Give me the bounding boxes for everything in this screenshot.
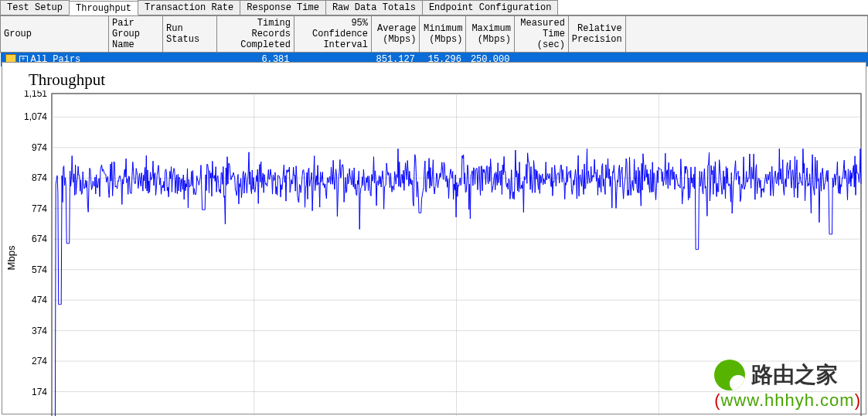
svg-text:1,151: 1,151: [24, 90, 47, 99]
throughput-table: Group Pair Group Name Run Status Timing …: [0, 15, 868, 66]
col-timing[interactable]: Timing Records Completed: [217, 16, 294, 53]
svg-text:874: 874: [32, 172, 47, 183]
col-runstatus[interactable]: Run Status: [163, 16, 217, 53]
tab-endpoint-configuration[interactable]: Endpoint Configuration: [422, 0, 558, 15]
svg-text:574: 574: [32, 264, 47, 275]
svg-text:474: 474: [32, 295, 47, 305]
svg-text:774: 774: [32, 203, 47, 214]
svg-text:Mbps: Mbps: [5, 245, 17, 270]
tabs-bar: Test SetupThroughputTransaction RateResp…: [0, 0, 868, 15]
svg-text:974: 974: [32, 142, 47, 153]
tab-transaction-rate[interactable]: Transaction Rate: [138, 0, 240, 15]
col-measured[interactable]: Measured Time (sec): [514, 16, 568, 53]
svg-text:374: 374: [32, 326, 47, 336]
tab-response-time[interactable]: Response Time: [240, 0, 326, 15]
svg-text:174: 174: [32, 387, 47, 397]
svg-text:274: 274: [32, 356, 47, 367]
tab-raw-data-totals[interactable]: Raw Data Totals: [325, 0, 423, 15]
col-precision[interactable]: Relative Precision: [568, 16, 625, 53]
tab-throughput[interactable]: Throughput: [69, 1, 138, 15]
chart-panel: Throughput 74174274374474574674774874974…: [2, 62, 866, 414]
header-row: Group Pair Group Name Run Status Timing …: [1, 16, 868, 53]
tab-test-setup[interactable]: Test Setup: [0, 0, 70, 15]
svg-text:674: 674: [32, 234, 47, 244]
throughput-chart: 741742743744745746747748749741,0741,1510…: [2, 90, 864, 416]
chart-title: Throughput: [29, 70, 105, 90]
col-average[interactable]: Average (Mbps): [372, 16, 420, 53]
col-pairgroup[interactable]: Pair Group Name: [109, 16, 163, 53]
col-group[interactable]: Group: [1, 16, 109, 53]
col-maximum[interactable]: Maximum (Mbps): [466, 16, 514, 53]
col-confidence[interactable]: 95% Confidence Interval: [294, 16, 372, 53]
svg-text:1,074: 1,074: [24, 111, 47, 122]
col-minimum[interactable]: Minimum (Mbps): [420, 16, 466, 53]
